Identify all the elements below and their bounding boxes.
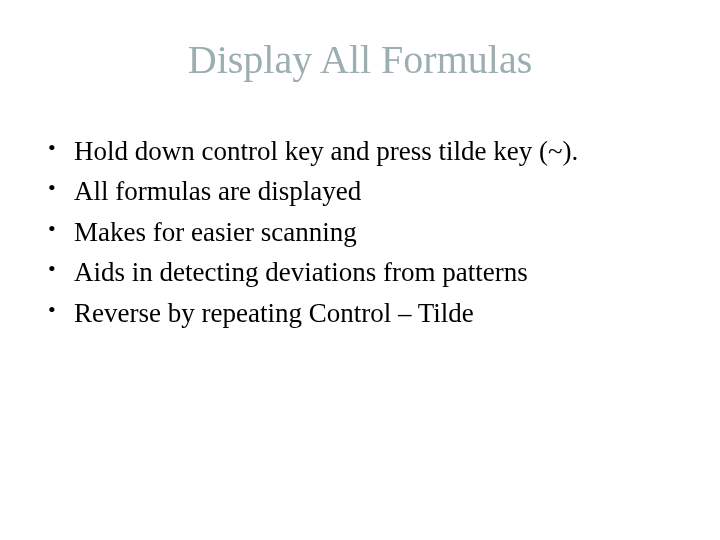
slide-title: Display All Formulas (30, 36, 690, 83)
list-item: Aids in detecting deviations from patter… (44, 254, 690, 290)
list-item: Reverse by repeating Control – Tilde (44, 295, 690, 331)
list-item: Makes for easier scanning (44, 214, 690, 250)
bullet-list: Hold down control key and press tilde ke… (30, 133, 690, 331)
list-item: All formulas are displayed (44, 173, 690, 209)
list-item: Hold down control key and press tilde ke… (44, 133, 690, 169)
